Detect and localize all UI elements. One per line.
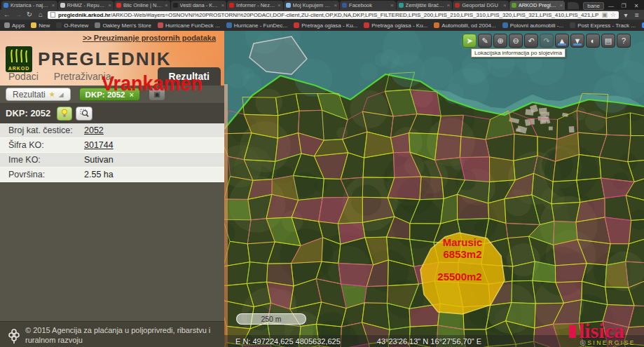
bookmark-label: Polovni automobili -...	[510, 22, 563, 29]
zoom-out-tool[interactable]: ⊖	[509, 34, 523, 48]
bookmarks-bar: AppsNewO-ReviewOakley Men's StoreHurrica…	[0, 20, 644, 31]
bookmark-item[interactable]: Hurricane FunDeck ...	[158, 22, 220, 29]
download-spatial-data-link[interactable]: >> Preuzimanje prostornih podataka	[83, 34, 216, 42]
plugin-icon[interactable]: ▣	[601, 11, 608, 18]
bookmark-item[interactable]: Apps	[4, 22, 25, 29]
url-input[interactable]: preglednik.arkod.hr/ARKOD-Web/#layers=OS…	[48, 11, 619, 19]
browser-tab[interactable]: RHMZ - Republički hi...×	[58, 1, 114, 10]
browser-tab[interactable]: Zemljište Brač produ...×	[397, 1, 453, 10]
bookmark-favicon	[31, 22, 36, 28]
forward-icon[interactable]: →	[14, 11, 22, 19]
map-shape	[255, 89, 282, 116]
new-tab-button[interactable]	[568, 2, 579, 9]
table-row: Broj kat. čestice:2052	[0, 123, 224, 138]
zoom-to-scale-tool[interactable]: ▼	[570, 34, 584, 48]
tab-close-icon[interactable]: ×	[108, 3, 111, 8]
tab-label: RHMZ - Republički hi...	[67, 2, 107, 8]
reload-icon[interactable]: ↻	[25, 11, 34, 19]
draw-measure-tool[interactable]: ✎	[478, 34, 492, 48]
map-shape	[490, 157, 516, 182]
bookmark-item[interactable]: New	[31, 22, 50, 29]
tab-close-icon[interactable]: ×	[446, 3, 450, 8]
back-icon[interactable]: ←	[3, 11, 11, 19]
browser-tab-strip: Krstarica - najveća p...×RHMZ - Republič…	[0, 0, 644, 10]
tab-close-icon[interactable]: ×	[52, 3, 55, 8]
geographic-coordinates: 43°23'26,13" N 16°27'56,70" E	[377, 337, 481, 346]
browser-tab[interactable]: Blic Online | Najtraž...×	[114, 1, 170, 10]
table-row: Šifra KO:301744	[0, 138, 224, 153]
map-shape	[420, 177, 444, 200]
map-shape	[549, 127, 553, 130]
browser-tab[interactable]: Facebook×	[340, 1, 396, 10]
bookmark-item[interactable]: Oakley Men's Store	[95, 22, 151, 29]
bookmark-star-icon[interactable]: ☆	[610, 11, 616, 18]
browser-tab[interactable]: ARKOD Preglednik×	[509, 1, 566, 10]
overview-globe-tool[interactable]: ◐	[586, 34, 600, 48]
bookmark-favicon	[158, 22, 163, 28]
extension-icon[interactable]: ▾	[622, 11, 630, 19]
menu-icon[interactable]: ≡	[633, 11, 641, 19]
tab-favicon-icon	[455, 3, 460, 8]
close-button[interactable]: ✕	[631, 2, 642, 10]
map-viewport[interactable]: Marusic 6853m2 25500m2 ➤✎⊕⊖↶↷▲▼◐▤? Lokac…	[224, 31, 644, 347]
bookmark-item[interactable]: Pretraga oglasa - Ku...	[364, 22, 427, 29]
next-extent-tool[interactable]: ↷	[540, 34, 554, 48]
tab-close-icon[interactable]: ×	[278, 3, 281, 8]
annotation-vrankamen: Vrankamen	[102, 72, 203, 96]
bookmark-item[interactable]: Automobili, od 2004...	[434, 22, 495, 29]
home-icon[interactable]: ⌂	[36, 11, 45, 19]
bookmark-favicon	[570, 22, 575, 28]
tab-close-icon[interactable]: ×	[334, 3, 337, 8]
zoom-to-extent-tool[interactable]: ▲	[555, 34, 569, 48]
map-shape	[475, 221, 487, 233]
bookmark-label: Hurricane FunDeck ...	[165, 22, 220, 29]
field-label: Površina:	[8, 170, 84, 179]
tab-favicon-icon	[399, 3, 404, 8]
results-dropdown[interactable]: Rezultati ★ ◢	[6, 88, 71, 101]
field-label: Ime KO:	[8, 155, 84, 165]
browser-tab[interactable]: Vesti dana - Kurir Dn...×	[171, 1, 227, 10]
browser-tab[interactable]: Geoportal DGU×	[453, 1, 509, 10]
tab-label: Vesti dana - Kurir Dn...	[180, 2, 219, 8]
map-shape	[460, 157, 489, 182]
zoom-to-parcel-button[interactable]	[76, 107, 93, 121]
tab-label: Geoportal DGU	[462, 2, 501, 8]
table-row: Ime KO:Sutivan	[0, 153, 224, 168]
browser-tab[interactable]: Informer - Nezavisne...×	[227, 1, 283, 10]
bookmark-label: O-Review	[64, 22, 88, 29]
tab-favicon-icon	[512, 3, 516, 8]
parcel-total-area-label: 25500m2	[437, 271, 481, 283]
tab-close-icon[interactable]: ×	[165, 3, 168, 8]
zoom-in-tool[interactable]: ⊕	[493, 34, 507, 48]
tab-close-icon[interactable]: ×	[503, 3, 507, 8]
bookmark-label: Pretraga oglasa - Ku...	[371, 22, 427, 29]
help-tool[interactable]: ?	[617, 34, 631, 48]
print-tool[interactable]: ▤	[601, 34, 615, 48]
field-value[interactable]: 2052	[84, 125, 104, 135]
bookmark-item[interactable]: O-Review	[56, 22, 88, 29]
bookmark-item[interactable]: Pretraga oglasa - Ku...	[294, 22, 357, 29]
table-row: Površina:2.55 ha	[0, 168, 224, 182]
previous-extent-tool[interactable]: ↶	[524, 34, 538, 48]
map-canvas[interactable]: Marusic 6853m2 25500m2	[224, 31, 644, 347]
bookmark-favicon	[226, 22, 232, 28]
tab-podaci[interactable]: Podaci	[0, 68, 46, 86]
highlight-parcel-button[interactable]	[57, 107, 72, 121]
browser-tab[interactable]: Moj Kupujem Prodaj...×	[284, 1, 340, 10]
bookmark-item[interactable]: Post Express - Track ...	[570, 22, 636, 29]
bookmark-item[interactable]: Polovni automobili -...	[502, 22, 563, 29]
bookmark-label: New	[39, 22, 50, 29]
maximize-button[interactable]: ❐	[618, 2, 629, 10]
profile-button[interactable]: bane	[583, 2, 604, 10]
minimize-button[interactable]: —	[605, 2, 617, 10]
tab-close-icon[interactable]: ×	[390, 3, 394, 8]
field-value[interactable]: 301744	[84, 140, 114, 150]
location-info-tool[interactable]: ➤	[463, 34, 477, 48]
tab-close-icon[interactable]: ×	[559, 3, 563, 8]
browser-tab[interactable]: Krstarica - najveća p...×	[1, 1, 57, 10]
map-shape	[555, 264, 587, 283]
bookmark-favicon	[502, 22, 508, 28]
tab-close-icon[interactable]: ×	[221, 3, 224, 8]
watermark-secondary-text: SINERGISE	[587, 339, 636, 346]
bookmark-item[interactable]: Hurricane - FunDec...	[226, 22, 287, 29]
